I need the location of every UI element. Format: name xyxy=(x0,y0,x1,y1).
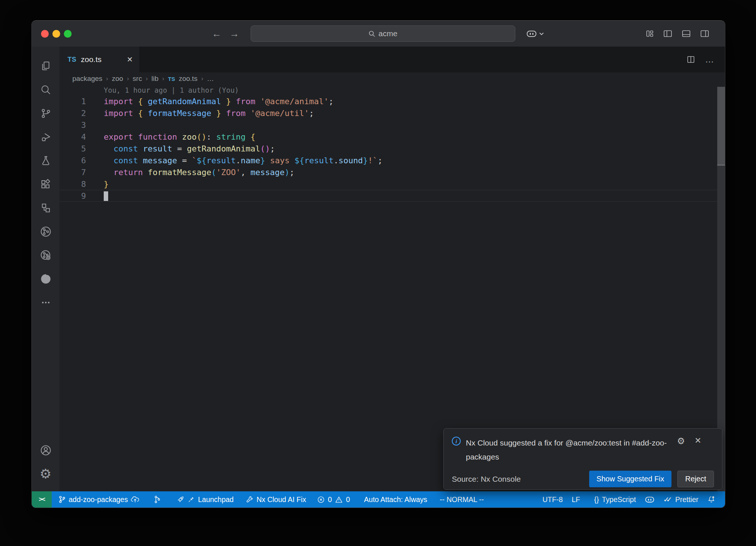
minimize-window-button[interactable] xyxy=(52,30,60,38)
braces-icon: {} xyxy=(594,495,599,504)
typescript-file-icon: TS xyxy=(68,56,76,64)
breadcrumb-item[interactable]: packages xyxy=(72,75,102,83)
toggle-panel-left-icon[interactable] xyxy=(663,29,673,38)
vim-mode-item[interactable]: -- NORMAL -- xyxy=(435,491,488,508)
line-number: 7 xyxy=(59,168,86,177)
source-control-graph-icon xyxy=(154,495,161,504)
breadcrumb-more[interactable]: … xyxy=(207,75,214,83)
git-branch-item[interactable]: add-zoo-packages xyxy=(54,491,144,508)
title-bar: ← → acme xyxy=(32,21,725,47)
code-token: from xyxy=(231,97,260,106)
remote-indicator[interactable]: >< xyxy=(32,491,52,508)
nx-console-icon[interactable] xyxy=(32,220,59,243)
tab-zoo-ts[interactable]: TS zoo.ts ✕ xyxy=(59,47,140,72)
explorer-icon[interactable] xyxy=(32,55,59,78)
launchpad-item[interactable]: Launchpad xyxy=(172,491,238,508)
code-line: 4export function zoo(): string { xyxy=(59,131,725,143)
extensions-icon[interactable] xyxy=(32,173,59,196)
toggle-panel-bottom-icon[interactable] xyxy=(681,29,691,38)
forward-icon[interactable]: → xyxy=(230,28,239,40)
code-token: ; xyxy=(309,109,314,118)
close-tab-icon[interactable]: ✕ xyxy=(127,55,133,64)
back-icon[interactable]: ← xyxy=(212,28,221,40)
command-center-search[interactable]: acme xyxy=(251,25,515,42)
nx-cloud-fix-item[interactable]: Nx Cloud AI Fix xyxy=(241,491,310,508)
zoom-window-button[interactable] xyxy=(64,30,72,38)
code-token: { xyxy=(138,97,148,106)
code-line: 7 return formatMessage('ZOO', message); xyxy=(59,166,725,178)
source-control-icon[interactable] xyxy=(32,102,59,125)
code-text: } xyxy=(86,180,109,189)
account-icon[interactable] xyxy=(32,439,59,462)
encoding-item[interactable]: UTF-8 xyxy=(538,491,567,508)
code-text: import { formatMessage } from '@acme/uti… xyxy=(86,109,314,118)
eol-item[interactable]: LF xyxy=(567,491,585,508)
source-control-graph-item[interactable] xyxy=(149,491,165,508)
copilot-status-item[interactable] xyxy=(640,491,659,508)
code-line: 8} xyxy=(59,178,725,190)
code-token: ; xyxy=(289,168,294,177)
chevron-right-icon: › xyxy=(162,75,164,82)
customize-layout-icon[interactable] xyxy=(645,29,654,38)
more-icon[interactable] xyxy=(32,291,59,314)
close-window-button[interactable] xyxy=(41,30,49,38)
editor-more-actions-icon[interactable]: … xyxy=(705,54,715,65)
notification-close-icon[interactable]: ✕ xyxy=(695,436,701,446)
copilot-icon xyxy=(645,496,654,503)
code-line: 1import { getRandomAnimal } from '@acme/… xyxy=(59,95,725,107)
code-token: () xyxy=(260,144,270,153)
prettier-item[interactable]: ✓✓ Prettier xyxy=(659,491,703,508)
chevron-right-icon: › xyxy=(106,75,108,82)
notification-settings-gear-icon[interactable]: ⚙ xyxy=(677,436,685,446)
code-token: import xyxy=(104,109,138,118)
code-token: : xyxy=(206,132,216,141)
scrollbar-thumb[interactable] xyxy=(717,87,725,165)
reject-button[interactable]: Reject xyxy=(677,471,714,487)
breadcrumb-item[interactable]: zoo.ts xyxy=(179,75,197,83)
code-token: . xyxy=(236,156,241,165)
code-token: message xyxy=(143,156,177,165)
copilot-icon[interactable] xyxy=(526,30,537,38)
code-token: says xyxy=(265,156,294,165)
rocket-icon xyxy=(176,495,185,504)
remote-explorer-icon[interactable] xyxy=(32,197,59,219)
text-cursor xyxy=(104,191,108,201)
code-token: . xyxy=(334,156,339,165)
code-token: ) xyxy=(285,168,289,177)
search-value: acme xyxy=(378,29,397,38)
testing-icon[interactable] xyxy=(32,149,59,172)
toggle-panel-right-icon[interactable] xyxy=(700,29,709,38)
problems-item[interactable]: 0 0 xyxy=(313,491,354,508)
line-number: 8 xyxy=(59,180,86,189)
auto-attach-item[interactable]: Auto Attach: Always xyxy=(360,491,432,508)
code-token: '@acme/animal' xyxy=(260,97,329,106)
code-token: ; xyxy=(378,156,382,165)
vscode-window: ← → acme xyxy=(31,20,725,508)
run-and-debug-icon[interactable] xyxy=(32,126,59,149)
nx-cloud-icon[interactable] xyxy=(32,244,59,267)
typescript-file-icon: TS xyxy=(168,76,175,82)
code-token: getRandomAnimal xyxy=(187,144,260,153)
language-item[interactable]: {} TypeScript xyxy=(590,491,640,508)
code-token: ${ xyxy=(295,156,305,165)
code-token xyxy=(104,168,114,177)
chevron-down-icon[interactable] xyxy=(539,32,544,35)
breadcrumb-item[interactable]: zoo xyxy=(112,75,123,83)
notifications-bell-item[interactable] xyxy=(703,491,720,508)
code-line: 6 const message = `${result.name} says $… xyxy=(59,154,725,166)
breadcrumb-item[interactable]: src xyxy=(133,75,142,83)
breadcrumb-item[interactable]: lib xyxy=(151,75,158,83)
error-count: 0 xyxy=(328,495,332,504)
search-icon[interactable] xyxy=(32,78,59,101)
code-line: 3 xyxy=(59,119,725,131)
split-editor-icon[interactable] xyxy=(686,55,695,64)
tab-label: zoo.ts xyxy=(81,55,102,64)
status-bar: >< add-zoo-packages Launchpad Nx Cloud A… xyxy=(32,491,725,508)
settings-gear-icon[interactable]: ⚙ xyxy=(32,463,59,485)
browser-preview-icon[interactable] xyxy=(32,267,59,290)
line-number: 3 xyxy=(59,120,86,130)
code-token: name xyxy=(241,156,260,165)
chevron-right-icon: › xyxy=(127,75,129,82)
show-suggested-fix-button[interactable]: Show Suggested Fix xyxy=(589,471,671,487)
code-token: zoo xyxy=(182,132,197,141)
